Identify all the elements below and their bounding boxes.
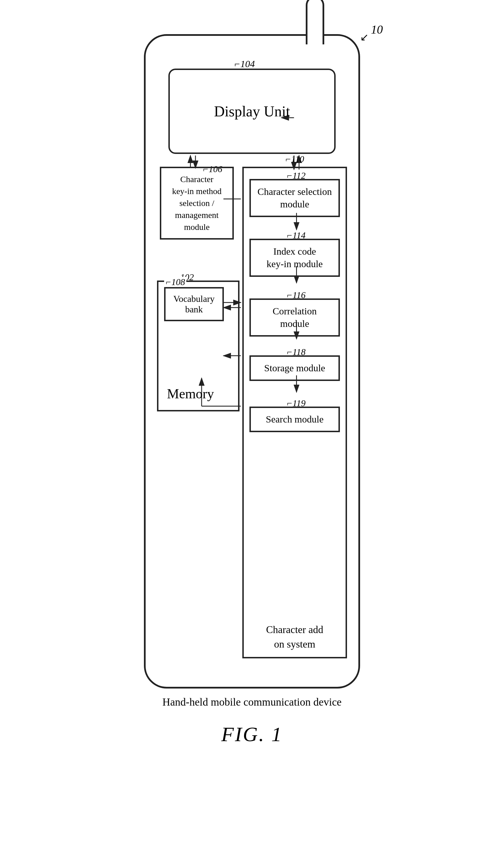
char-keyin-box: Characterkey-in methodselection /managem… xyxy=(160,167,234,239)
display-unit-box: Display Unit xyxy=(168,69,336,154)
vocab-bank-box: Vocabulary bank xyxy=(164,287,224,321)
memory-outer-box: ⌐108 Vocabulary bank Memory xyxy=(157,281,239,411)
ref-104: ⌐104 xyxy=(234,59,255,69)
memory-label: Memory xyxy=(167,386,214,401)
storage-module-box: Storage module xyxy=(249,355,340,381)
index-code-module-box: Index codekey-in module xyxy=(249,239,340,277)
ref-110: ⌐110 xyxy=(285,154,304,164)
char-addon-system-label: Character addon system xyxy=(244,623,346,651)
fig-label: FIG. 1 xyxy=(221,723,283,746)
vocab-bank-label: Vocabulary bank xyxy=(165,294,222,315)
device-label: Hand-held mobile communication device xyxy=(146,696,358,708)
char-addon-system-box: ⌐112 Character selectionmodule ⌐114 Inde… xyxy=(242,167,347,658)
phone-shell: ⌐104 Display Unit ⌐110 ⌐106 Characterkey… xyxy=(144,34,360,688)
correlation-module-box: Correlationmodule xyxy=(249,299,340,337)
ref-108: ⌐108 xyxy=(164,277,186,287)
antenna xyxy=(306,0,324,44)
char-selection-module-box: Character selectionmodule xyxy=(249,179,340,217)
search-module-box: Search module xyxy=(249,407,340,432)
display-unit-label: Display Unit xyxy=(214,103,290,120)
device-ref-arrow: ↙ xyxy=(360,31,368,43)
device-ref: 10 xyxy=(371,23,383,36)
diagram-container: 10 ↙ xyxy=(95,12,409,746)
